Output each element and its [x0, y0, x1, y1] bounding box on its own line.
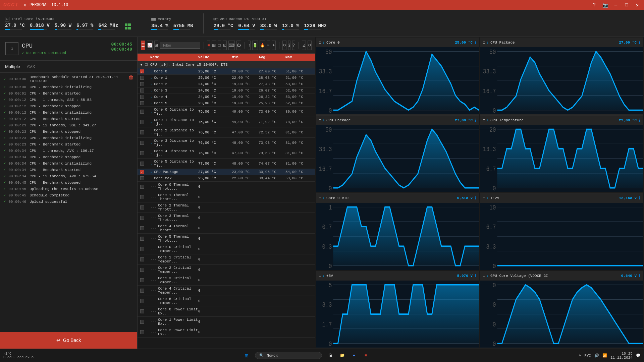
sensor-checkbox[interactable] [140, 120, 144, 124]
sensor-checkbox[interactable] [140, 257, 144, 261]
sensor-row[interactable]: ··· Core 1 Power Limit Ex... 0 [138, 317, 315, 327]
sensor-row[interactable]: ↓ Core 2 Distance to Tj... 76,00 °C 47,0… [138, 127, 315, 138]
keyboard-tool-button[interactable]: ⌨ [228, 41, 235, 50]
sensor-row[interactable]: ↓ Core Max 25,00 °C 22,00 °C 30,44 °C 53… [138, 175, 315, 182]
question-button[interactable]: ? [292, 41, 295, 50]
taskbar-expand-icon[interactable]: ^ [579, 354, 581, 358]
cpu-tool-button[interactable]: ■ [207, 41, 210, 50]
chart-view-button[interactable]: 📈 [147, 41, 153, 50]
sensor-checkbox[interactable] [140, 278, 144, 282]
graph-info-icon-0[interactable]: ℹ [475, 40, 476, 45]
taskbar-occt-icon[interactable]: ■ [362, 352, 369, 359]
sensor-checkbox[interactable] [140, 176, 144, 180]
power-tool-button[interactable]: ⏻ [236, 41, 241, 50]
sensor-row[interactable]: ↓ Core 1 Distance to Tj... 75,00 °C 49,0… [138, 117, 315, 127]
sensor-row[interactable]: ··· Core 2 Critical Temper... 0 [138, 265, 315, 275]
sensor-row[interactable]: ↓ Core 0 Distance to Tj... 75,00 °C 49,0… [138, 107, 315, 117]
sensor-checkbox[interactable] [140, 205, 144, 209]
graph-info-icon-2[interactable]: ℹ [475, 118, 476, 123]
sensor-row[interactable]: ··· Core 3 Thermal Thrott... 0 [138, 213, 315, 223]
minimize-button[interactable]: — [612, 2, 619, 8]
memory-tool-button[interactable]: ▦ [212, 41, 216, 50]
graph-info-icon-4[interactable]: ℹ [475, 196, 476, 201]
info-circle-button[interactable]: ℹ [288, 41, 290, 50]
sensor-row[interactable]: ··· Core 2 Power Limit Ex... 0 [138, 327, 315, 338]
sensor-checkbox[interactable] [140, 185, 144, 189]
sensor-checkbox[interactable] [140, 88, 144, 93]
sensor-row[interactable]: ··· Core 3 Critical Temper... 0 [138, 275, 315, 286]
sensor-row[interactable]: ··· Core 0 Thermal Thrott... 0 [138, 182, 315, 192]
sensor-row[interactable]: ↓ Core 1 25,00 °C 22,00 °C 28,08 °C 51,0… [138, 75, 315, 81]
sensor-row[interactable]: ··· Core 1 Critical Temper... 0 [138, 254, 315, 265]
delete-log-button[interactable]: 🗑 [128, 74, 134, 81]
sensor-checkbox[interactable] [140, 289, 144, 293]
wave-button[interactable]: ≈ [267, 41, 270, 50]
sensor-checkbox[interactable] [140, 151, 144, 155]
sensor-checkbox[interactable] [140, 141, 144, 145]
avx-button[interactable]: AVX [27, 64, 35, 69]
sensor-row[interactable]: ↓ Core 4 24,00 °C 19,00 °C 26,32 °C 53,0… [138, 94, 315, 100]
sensor-group-header[interactable]: ▼ □ CPU [#0]: Intel Core i5-10400F: DTS [138, 61, 315, 68]
sensor-checkbox[interactable] [140, 247, 144, 251]
sensor-row[interactable]: ↓ Core 3 Distance to Tj... 76,00 °C 48,0… [138, 138, 315, 148]
taskbar-chrome[interactable]: ● [351, 352, 357, 359]
graph-info-icon-6[interactable]: ℹ [475, 274, 476, 279]
arrow-up-button[interactable]: ↑ [248, 41, 251, 50]
sensor-row[interactable]: ↓ Core 4 Distance to Tj... 76,00 °C 47,0… [138, 148, 315, 159]
gpu-tool-button[interactable]: □ [218, 41, 221, 50]
screenshot-button[interactable]: 📷 [602, 2, 608, 8]
graph-info-icon-3[interactable]: ℹ [639, 118, 640, 123]
sensor-checkbox[interactable] [140, 101, 144, 105]
filter-input[interactable] [160, 42, 200, 49]
taskbar-search[interactable]: 🔍 Поиск [255, 352, 322, 359]
sensor-row[interactable]: ··· Core 0 Power Limit Ex... 0 [138, 306, 315, 317]
taskbar-file-explorer[interactable]: 📁 [339, 352, 345, 359]
disk-tool-button[interactable]: ⊡ [223, 41, 227, 50]
taskbar-network-icon[interactable]: 📶 [602, 353, 607, 358]
sensor-checkbox[interactable] [140, 237, 144, 241]
sensor-row[interactable]: ↓ Core 3 24,00 °C 19,00 °C 26,07 °C 52,0… [138, 87, 315, 94]
graph-info-icon-7[interactable]: ℹ [639, 274, 640, 279]
sensor-row[interactable]: ··· Core 4 Thermal Thrott... 0 [138, 223, 315, 234]
taskbar-volume-icon[interactable]: 🔊 [594, 353, 599, 358]
sensor-row[interactable]: ··· Core 2 Thermal Thrott... 0 [138, 202, 315, 213]
sensor-row[interactable]: ↓ Core 5 Distance to Tj... 77,00 °C 48,0… [138, 159, 315, 169]
sensor-checkbox[interactable] [140, 330, 144, 334]
close-button[interactable]: ✕ [634, 2, 641, 8]
multiple-button[interactable]: Multiple [5, 64, 20, 69]
fan-button[interactable]: ✦ [272, 41, 276, 50]
sensor-checkbox[interactable] [140, 195, 144, 199]
sensor-row[interactable]: ✓ ↓ Core 0 25,00 °C 20,00 °C 27,00 °C 51… [138, 68, 315, 75]
sensor-checkbox[interactable] [140, 226, 144, 230]
funnel-button[interactable]: ⊿ [302, 41, 306, 50]
taskbar-weather-icon[interactable]: 🌤 [327, 352, 334, 359]
sensor-checkbox[interactable]: ✓ [140, 69, 144, 73]
graph-info-icon-1[interactable]: ℹ [639, 40, 640, 45]
battery-button[interactable]: 🔋 [252, 41, 258, 50]
sensor-checkbox[interactable] [140, 299, 144, 303]
sensor-checkbox[interactable] [140, 82, 144, 86]
sensor-row[interactable]: ··· Core 0 Critical Temper... 0 [138, 244, 315, 254]
graph-info-icon-5[interactable]: ℹ [639, 196, 640, 201]
sensor-checkbox[interactable] [140, 95, 144, 99]
taskbar-notification-icon[interactable]: 💬 [636, 353, 641, 358]
table-view-button[interactable]: ☰ [141, 41, 145, 50]
sensor-checkbox[interactable] [140, 309, 144, 313]
help-button[interactable]: ? [591, 2, 598, 8]
sensor-row[interactable]: ··· Core 1 Thermal Thrott... 0 [138, 192, 315, 202]
sensor-checkbox[interactable] [140, 162, 144, 166]
windows-start-button[interactable]: ⊞ [243, 352, 250, 359]
sensor-checkbox[interactable] [140, 320, 144, 324]
sensor-checkbox[interactable] [140, 110, 144, 114]
sensor-checkbox[interactable] [140, 130, 144, 134]
sensor-row[interactable]: ↓ Core 5 23,00 °C 19,00 °C 25,93 °C 52,0… [138, 100, 315, 107]
go-back-button[interactable]: ↩ Go Back [0, 332, 137, 349]
sensor-row[interactable]: ··· Core 5 Thermal Thrott... 0 [138, 234, 315, 244]
refresh-circle-button[interactable]: ↻ [282, 41, 286, 50]
sensor-checkbox[interactable] [140, 268, 144, 272]
sensor-row[interactable]: ··· Core 5 Critical Temper... 0 [138, 296, 315, 306]
sensor-checkbox[interactable] [140, 216, 144, 220]
sensor-row[interactable]: ↓ Core 2 24,00 °C 19,00 °C 27,48 °C 53,0… [138, 81, 315, 87]
sensor-checkbox[interactable] [140, 76, 144, 80]
sensor-checkbox[interactable]: ✓ [140, 170, 144, 174]
